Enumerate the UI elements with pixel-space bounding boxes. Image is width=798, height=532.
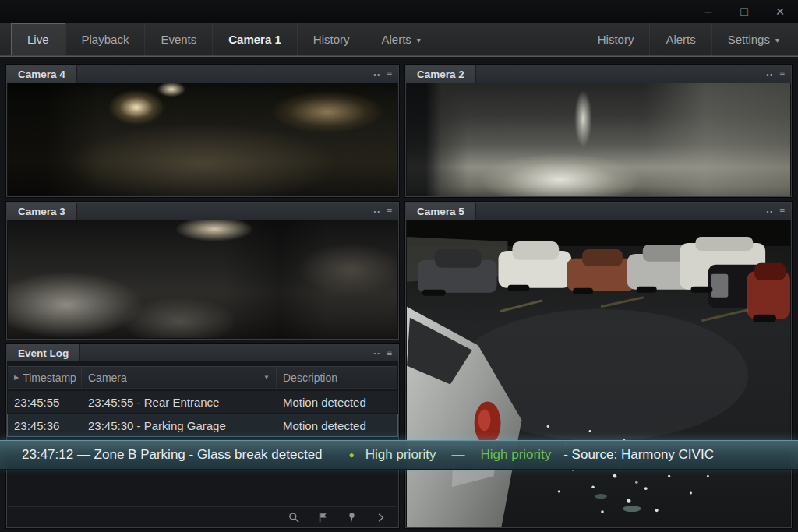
event-log-header-icons: •• ≡ bbox=[373, 348, 398, 358]
dots-icon[interactable]: •• bbox=[373, 350, 381, 357]
camera-2-header[interactable]: Camera 2 •• ≡ bbox=[406, 65, 791, 83]
tab-events[interactable]: Events bbox=[144, 23, 212, 55]
maximize-button[interactable]: □ bbox=[736, 0, 753, 23]
caret-down-icon: ▾ bbox=[775, 36, 779, 44]
tab-live[interactable]: Live bbox=[11, 23, 65, 55]
menu-icon[interactable]: ≡ bbox=[387, 348, 392, 358]
priority-dot-icon: ● bbox=[349, 449, 355, 460]
tab-events-label: Events bbox=[161, 33, 196, 46]
tab-camera-1[interactable]: Camera 1 bbox=[212, 23, 297, 55]
camera-5-header-icons: •• ≡ bbox=[766, 206, 791, 216]
row-description: Motion detected bbox=[277, 419, 397, 432]
menu-icon[interactable]: ≡ bbox=[779, 206, 785, 216]
tab-playback[interactable]: Playback bbox=[65, 23, 145, 55]
row-camera: 23:45:55 - Rear Entrance bbox=[82, 396, 277, 409]
tab-history-right[interactable]: History bbox=[582, 23, 650, 55]
menu-icon[interactable]: ≡ bbox=[387, 206, 392, 216]
tab-playback-label: Playback bbox=[82, 33, 129, 46]
priority-label-secondary: High priority bbox=[481, 447, 552, 463]
alert-dash: — bbox=[452, 447, 465, 463]
tab-live-label: Live bbox=[27, 33, 49, 46]
alert-banner[interactable]: 23:47:12 — Zone B Parking - Glass break … bbox=[0, 440, 798, 470]
tab-camera-1-label: Camera 1 bbox=[228, 33, 281, 46]
flag-icon[interactable] bbox=[317, 512, 329, 523]
caret-down-icon: ▾ bbox=[417, 36, 421, 44]
content-area: Camera 4 •• ≡ Camera 2 •• ≡ Camera bbox=[0, 56, 798, 532]
camera-4-panel: Camera 4 •• ≡ bbox=[6, 65, 399, 197]
event-log-panel: Event Log •• ≡ ▶ Timestamp Camera ▼ Desc… bbox=[6, 344, 399, 528]
camera-4-header-icons: •• ≡ bbox=[373, 69, 398, 79]
tab-alerts-label: Alerts bbox=[381, 33, 411, 46]
camera-5-feed-image bbox=[407, 220, 790, 527]
camera-4-title: Camera 4 bbox=[7, 65, 77, 83]
dots-icon[interactable]: •• bbox=[766, 208, 774, 215]
tab-alerts-right-label: Alerts bbox=[666, 33, 695, 46]
chevron-right-icon[interactable] bbox=[375, 512, 387, 523]
camera-2-header-icons: •• ≡ bbox=[766, 69, 791, 79]
camera-2-title: Camera 2 bbox=[406, 65, 476, 83]
tab-settings-label: Settings bbox=[728, 33, 770, 46]
priority-label-primary: High priority bbox=[365, 447, 436, 463]
row-camera: 23:45:30 - Parking Garage bbox=[82, 419, 277, 432]
camera-3-panel: Camera 3 •• ≡ bbox=[6, 202, 399, 340]
tab-history-right-label: History bbox=[598, 33, 634, 46]
tab-settings[interactable]: Settings ▾ bbox=[711, 23, 795, 55]
event-log-column-header: ▶ Timestamp Camera ▼ Description bbox=[8, 366, 397, 389]
dots-icon[interactable]: •• bbox=[373, 208, 381, 215]
pin-icon[interactable] bbox=[346, 512, 358, 523]
toolbar-right-group: History Alerts Settings ▾ bbox=[582, 23, 798, 55]
event-log-title: Event Log bbox=[7, 344, 80, 361]
main-toolbar: Live Playback Events Camera 1 History Al… bbox=[0, 23, 798, 56]
sort-down-icon[interactable]: ▼ bbox=[263, 374, 270, 381]
tab-alerts-right[interactable]: Alerts bbox=[649, 23, 711, 55]
row-timestamp: 23:45:55 bbox=[8, 396, 82, 409]
tab-alerts[interactable]: Alerts ▾ bbox=[365, 23, 436, 55]
column-description-label: Description bbox=[283, 372, 337, 384]
app-window: – □ × Live Playback Events Camera 1 Hist… bbox=[0, 0, 798, 532]
camera-5-title: Camera 5 bbox=[406, 203, 476, 220]
event-log-footer bbox=[8, 506, 397, 527]
tab-history[interactable]: History bbox=[297, 23, 365, 55]
column-description[interactable]: Description bbox=[277, 367, 397, 388]
dots-icon[interactable]: •• bbox=[766, 71, 774, 78]
camera-3-feed[interactable] bbox=[8, 220, 397, 338]
row-timestamp: 23:45:36 bbox=[8, 419, 82, 432]
camera-2-feed[interactable] bbox=[407, 83, 790, 196]
dots-icon[interactable]: •• bbox=[373, 71, 381, 78]
alert-source: - Source: Harmony CIVIC bbox=[563, 447, 714, 463]
menu-icon[interactable]: ≡ bbox=[779, 69, 785, 79]
column-timestamp[interactable]: ▶ Timestamp bbox=[8, 367, 82, 388]
window-controls: – □ × bbox=[700, 0, 789, 23]
column-timestamp-label: Timestamp bbox=[23, 372, 76, 384]
titlebar: – □ × bbox=[0, 0, 798, 23]
camera-5-feed[interactable] bbox=[407, 220, 790, 527]
camera-4-feed[interactable] bbox=[8, 83, 397, 196]
close-button[interactable]: × bbox=[772, 0, 789, 23]
row-description: Motion detected bbox=[277, 396, 397, 409]
camera-2-panel: Camera 2 •• ≡ bbox=[405, 65, 792, 197]
sort-indicator-icon: ▶ bbox=[14, 374, 19, 381]
camera-5-header[interactable]: Camera 5 •• ≡ bbox=[406, 203, 791, 220]
camera-4-header[interactable]: Camera 4 •• ≡ bbox=[7, 65, 398, 83]
event-log-header[interactable]: Event Log •• ≡ bbox=[7, 344, 398, 362]
camera-3-header-icons: •• ≡ bbox=[373, 206, 398, 216]
table-row[interactable]: 23:45:55 23:45:55 - Rear Entrance Motion… bbox=[8, 391, 397, 413]
event-log-rows: 23:45:55 23:45:55 - Rear Entrance Motion… bbox=[8, 391, 397, 438]
alert-message: 23:47:12 — Zone B Parking - Glass break … bbox=[22, 447, 323, 463]
minimize-button[interactable]: – bbox=[700, 0, 717, 23]
column-camera[interactable]: Camera ▼ bbox=[82, 367, 277, 388]
table-row[interactable]: 23:45:36 23:45:30 - Parking Garage Motio… bbox=[8, 414, 397, 436]
menu-icon[interactable]: ≡ bbox=[387, 69, 392, 79]
camera-5-panel: Camera 5 •• ≡ bbox=[405, 202, 792, 528]
camera-3-title: Camera 3 bbox=[7, 203, 77, 220]
search-icon[interactable] bbox=[288, 512, 300, 523]
column-camera-label: Camera bbox=[88, 372, 127, 384]
camera-3-header[interactable]: Camera 3 •• ≡ bbox=[7, 203, 398, 220]
tab-history-label: History bbox=[313, 33, 350, 46]
